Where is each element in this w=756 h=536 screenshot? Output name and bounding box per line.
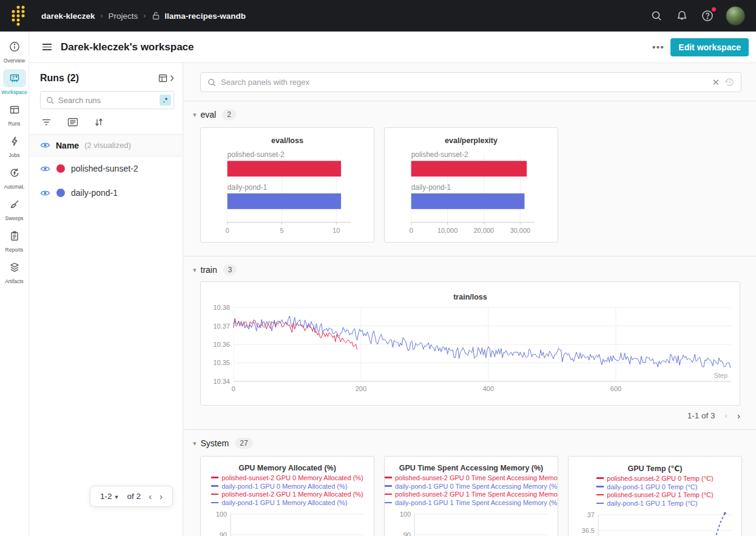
help-icon[interactable] xyxy=(697,5,718,27)
panel-eval-loss[interactable]: eval/loss polished-sunset-2daily-pond-10… xyxy=(200,127,374,243)
wandb-logo[interactable] xyxy=(10,4,30,28)
notification-dot xyxy=(710,6,717,13)
legend-item: polished-sunset-2 GPU 0 Time Spent Acces… xyxy=(385,474,558,483)
chart-canvas: 10090 xyxy=(385,507,558,536)
section-eval: ▾ eval 2 eval/loss polished-sunset-2dail… xyxy=(183,101,756,256)
workspace-overflow-menu[interactable]: ••• xyxy=(646,39,670,55)
collapse-sidebar-icon[interactable] xyxy=(39,39,55,55)
sidebar-item-workspace[interactable]: Workspace xyxy=(0,69,29,95)
legend-dash-icon xyxy=(385,485,392,487)
train-page-label: 1-1 of 3 xyxy=(687,411,715,420)
run-row-polished-sunset-2[interactable]: polished-sunset-2 xyxy=(29,156,183,181)
eye-visibility-icon[interactable] xyxy=(40,189,50,197)
runs-name-header-row[interactable]: Name (2 visualized) xyxy=(29,135,183,156)
legend-item: daily-pond-1 GPU 0 Temp (°C) xyxy=(596,483,713,492)
next-page-button[interactable]: › xyxy=(737,410,740,421)
panel-search-input[interactable] xyxy=(221,78,707,87)
section-system: ▾ System 27 GPU Memory Allocated (%) pol… xyxy=(183,430,756,536)
open-lock-icon xyxy=(151,11,161,21)
breadcrumb: darek-kleczek › Projects › llama-recipes… xyxy=(41,11,246,21)
sidebar-item-jobs[interactable]: Jobs xyxy=(0,132,29,158)
panel-eval-perplexity[interactable]: eval/perplexity polished-sunset-2daily-p… xyxy=(384,127,558,243)
svg-text:0: 0 xyxy=(410,227,413,234)
legend-dash-icon xyxy=(211,485,218,487)
layers-icon xyxy=(3,258,26,276)
legend-dash-icon xyxy=(385,477,392,478)
chart-legend: polished-sunset-2 GPU 0 Time Spent Acces… xyxy=(385,474,558,507)
legend-dash-icon xyxy=(596,486,604,487)
runs-pagination: 1-2▼ of 2 ‹ › xyxy=(90,486,173,507)
chart-title: train/loss xyxy=(201,293,740,301)
automation-cycle-icon xyxy=(3,164,26,182)
sidebar-item-runs[interactable]: Runs xyxy=(0,101,29,127)
section-train-header[interactable]: ▾ train 3 xyxy=(183,256,756,281)
legend-item: daily-pond-1 GPU 1 Memory Allocated (%) xyxy=(211,499,363,508)
workspace-board-icon xyxy=(3,69,26,87)
search-icon[interactable] xyxy=(646,5,667,27)
expand-runs-table-icon[interactable] xyxy=(158,73,174,83)
eye-visibility-icon[interactable] xyxy=(40,141,50,149)
runs-page-range[interactable]: 1-2▼ xyxy=(100,492,119,501)
chevron-down-icon: ▼ xyxy=(114,494,120,500)
sidebar-item-overview[interactable]: Overview xyxy=(0,38,29,64)
breadcrumb-projects[interactable]: Projects xyxy=(109,12,138,21)
train-section-pagination: 1-1 of 3 ‹ › xyxy=(183,406,756,429)
lightning-icon xyxy=(3,132,26,150)
top-navbar: darek-kleczek › Projects › llama-recipes… xyxy=(0,0,756,32)
search-icon xyxy=(46,96,55,105)
workspace-title: Darek-kleczek's workspace xyxy=(61,41,194,53)
prev-page-button[interactable]: ‹ xyxy=(149,492,152,501)
runs-page-of: of 2 xyxy=(127,492,141,501)
group-list-icon[interactable] xyxy=(67,118,78,127)
legend-item: polished-sunset-2 GPU 1 Time Spent Acces… xyxy=(385,491,558,499)
notifications-bell-icon[interactable] xyxy=(671,5,693,27)
svg-text:10.37: 10.37 xyxy=(213,323,229,330)
run-row-daily-pond-1[interactable]: daily-pond-1 xyxy=(29,181,183,205)
user-avatar[interactable] xyxy=(726,6,745,25)
eye-visibility-icon[interactable] xyxy=(40,165,50,173)
search-history-icon[interactable] xyxy=(724,77,735,87)
sidebar-item-artifacts[interactable]: Artifacts xyxy=(0,258,29,284)
prev-page-button[interactable]: ‹ xyxy=(725,411,728,420)
legend-item: polished-sunset-2 GPU 0 Temp (°C) xyxy=(596,475,713,483)
legend-dash-icon xyxy=(385,494,392,495)
panel-train-loss[interactable]: train/loss 10.3410.3510.3610.3710.380200… xyxy=(200,281,740,406)
next-page-button[interactable]: › xyxy=(160,492,163,501)
breadcrumb-separator: › xyxy=(143,12,146,20)
legend-item: daily-pond-1 GPU 0 Memory Allocated (%) xyxy=(211,483,363,491)
chart-title: GPU Temp (℃) xyxy=(569,464,741,473)
svg-text:0: 0 xyxy=(232,385,235,392)
panel-gpu-time-accessing-memory[interactable]: GPU Time Spent Accessing Memory (%) poli… xyxy=(384,456,558,536)
svg-text:36.5: 36.5 xyxy=(582,527,595,534)
panel-gpu-temp[interactable]: GPU Temp (℃) polished-sunset-2 GPU 0 Tem… xyxy=(568,456,742,536)
filter-icon[interactable] xyxy=(41,118,52,127)
sort-icon[interactable] xyxy=(94,118,104,127)
chart-title: GPU Memory Allocated (%) xyxy=(201,464,374,472)
section-system-header[interactable]: ▾ System 27 xyxy=(183,430,756,455)
legend-dash-icon xyxy=(596,503,604,504)
svg-text:0: 0 xyxy=(226,227,229,234)
breadcrumb-user[interactable]: darek-kleczek xyxy=(41,12,95,21)
sidebar-item-sweeps[interactable]: Sweeps xyxy=(0,195,29,221)
svg-text:37: 37 xyxy=(587,511,595,518)
svg-text:10.36: 10.36 xyxy=(213,341,229,348)
svg-text:100: 100 xyxy=(216,511,227,518)
chart-canvas: 10.3410.3510.3610.3710.380200400600Step xyxy=(201,301,740,400)
sidebar-item-automations[interactable]: Automat. xyxy=(0,164,29,190)
legend-dash-icon xyxy=(211,494,218,495)
chart-legend: polished-sunset-2 GPU 0 Temp (°C)daily-p… xyxy=(596,475,713,508)
info-icon xyxy=(3,38,26,56)
legend-dash-icon xyxy=(385,502,392,503)
breadcrumb-project[interactable]: llama-recipes-wandb xyxy=(164,12,246,21)
section-eval-header[interactable]: ▾ eval 2 xyxy=(183,101,756,126)
runs-search-input[interactable] xyxy=(58,96,160,105)
clear-search-icon[interactable]: ✕ xyxy=(707,77,724,88)
chart-canvas: 10090 xyxy=(201,507,374,536)
panel-gpu-memory-allocated[interactable]: GPU Memory Allocated (%) polished-sunset… xyxy=(200,456,374,536)
chart-title: eval/loss xyxy=(201,128,374,145)
legend-item: polished-sunset-2 GPU 0 Memory Allocated… xyxy=(211,474,363,483)
sidebar-item-reports[interactable]: Reports xyxy=(0,227,29,253)
clipboard-icon xyxy=(3,227,26,245)
edit-workspace-button[interactable]: Edit workspace xyxy=(670,38,749,56)
regex-toggle-button[interactable]: .* xyxy=(160,95,171,106)
